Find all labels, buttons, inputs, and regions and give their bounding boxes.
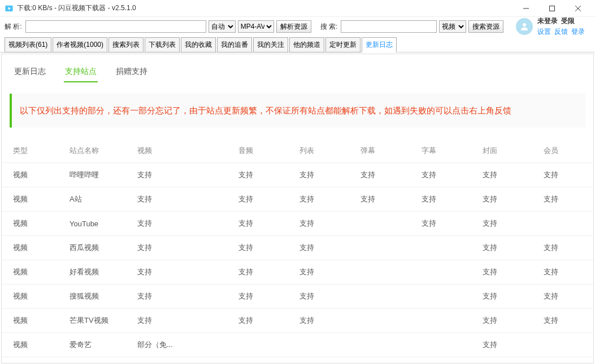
- table-row: 视频西瓜视频支持支持支持支持支持: [2, 236, 593, 260]
- table-cell: [349, 309, 410, 333]
- svg-point-6: [523, 23, 526, 27]
- table-cell: 视频: [2, 333, 58, 357]
- table-cell: 支持: [126, 163, 227, 187]
- sub-tab-1[interactable]: 支持站点: [64, 62, 98, 82]
- main-tab-8[interactable]: 定时更新: [325, 37, 361, 52]
- table-cell: 支持: [126, 212, 227, 236]
- table-cell: 视频: [2, 187, 58, 212]
- user-area: 未登录 受限 设置 反馈 登录: [516, 16, 590, 37]
- table-cell: [410, 284, 471, 309]
- table-cell: 搜狐视频: [58, 284, 126, 309]
- table-cell: [349, 260, 410, 284]
- main-tab-3[interactable]: 下载列表: [145, 37, 180, 52]
- main-tab-1[interactable]: 作者视频(1000): [53, 37, 107, 52]
- table-row: 视频腾讯视频部分支持支持: [2, 357, 593, 364]
- table-cell: [349, 284, 410, 309]
- parse-button[interactable]: 解析资源: [276, 20, 311, 33]
- table-cell: 部分: [126, 357, 227, 364]
- table-cell: 支持: [288, 187, 349, 212]
- table-cell: 支持: [471, 309, 532, 333]
- table-row: 视频好看视频支持支持支持支持支持: [2, 260, 593, 284]
- avatar[interactable]: [516, 18, 533, 35]
- table-cell: 支持: [471, 163, 532, 187]
- table-cell: [410, 260, 471, 284]
- table-cell: 哔哩哔哩: [58, 163, 126, 187]
- table-cell: 支持: [126, 309, 227, 333]
- table-header: 封面: [471, 139, 532, 163]
- settings-link[interactable]: 设置: [537, 27, 551, 37]
- site-table: 类型站点名称视频音频列表弹幕字幕封面会员 视频哔哩哔哩支持支持支持支持支持支持支…: [2, 139, 593, 363]
- table-cell: 支持: [532, 236, 593, 260]
- table-row: 视频A站支持支持支持支持支持支持支持: [2, 187, 593, 212]
- parse-input[interactable]: [25, 20, 206, 33]
- format-select[interactable]: MP4-AVC: [238, 20, 274, 33]
- feedback-link[interactable]: 反馈: [554, 27, 568, 37]
- login-link[interactable]: 登录: [571, 27, 585, 37]
- table-cell: 支持: [126, 187, 227, 212]
- search-input[interactable]: [341, 20, 437, 33]
- table-cell: 好看视频: [58, 260, 126, 284]
- table-row: 视频搜狐视频支持支持支持支持支持: [2, 284, 593, 309]
- table-header: 视频: [126, 139, 227, 163]
- main-tab-2[interactable]: 搜索列表: [108, 37, 144, 52]
- table-cell: 支持: [532, 260, 593, 284]
- limit-status: 受限: [561, 16, 575, 26]
- main-tab-0[interactable]: 视频列表(61): [5, 37, 51, 52]
- table-cell: 支持: [532, 284, 593, 309]
- table-cell: 支持: [126, 236, 227, 260]
- main-tabs: 视频列表(61)作者视频(1000)搜索列表下载列表我的收藏我的追番我的关注他的…: [0, 36, 595, 52]
- table-cell: 视频: [2, 357, 58, 364]
- table-cell: [227, 333, 288, 357]
- table-header: 弹幕: [349, 139, 410, 163]
- table-cell: [410, 357, 471, 364]
- window-title: 下载:0 KB/s - 闪豆视频下载器 - v2.5.1.0: [17, 3, 136, 13]
- sub-tab-0[interactable]: 更新日志: [13, 62, 47, 82]
- table-cell: 视频: [2, 260, 58, 284]
- close-button[interactable]: [566, 1, 590, 16]
- table-cell: YouTube: [58, 212, 126, 236]
- table-header: 类型: [2, 139, 58, 163]
- table-cell: 视频: [2, 284, 58, 309]
- main-tab-7[interactable]: 他的频道: [289, 37, 324, 52]
- table-header: 字幕: [410, 139, 471, 163]
- sub-tab-2[interactable]: 捐赠支持: [115, 62, 149, 82]
- table-cell: 支持: [288, 212, 349, 236]
- main-tab-6[interactable]: 我的关注: [253, 37, 288, 52]
- main-tab-4[interactable]: 我的收藏: [181, 37, 216, 52]
- table-row: 视频哔哩哔哩支持支持支持支持支持支持支持: [2, 163, 593, 187]
- table-cell: 支持: [532, 357, 593, 364]
- search-button[interactable]: 搜索资源: [468, 20, 503, 33]
- table-cell: [532, 333, 593, 357]
- maximize-button[interactable]: [540, 1, 564, 16]
- table-cell: 支持: [532, 163, 593, 187]
- toolbar: 解 析: 自动 MP4-AVC 解析资源 搜 索: 视频 搜索资源 未登录 受限…: [0, 17, 595, 36]
- table-cell: [410, 236, 471, 260]
- svg-rect-3: [550, 6, 555, 11]
- titlebar: 下载:0 KB/s - 闪豆视频下载器 - v2.5.1.0: [0, 0, 595, 17]
- table-cell: A站: [58, 187, 126, 212]
- window-controls: [514, 1, 590, 16]
- table-cell: 支持: [471, 187, 532, 212]
- sub-tabs: 更新日志支持站点捐赠支持: [2, 54, 593, 82]
- table-cell: 支持: [471, 333, 532, 357]
- table-cell: 支持: [532, 309, 593, 333]
- auto-select[interactable]: 自动: [209, 20, 236, 33]
- table-cell: 支持: [288, 260, 349, 284]
- table-cell: 支持: [410, 212, 471, 236]
- table-cell: 支持: [471, 236, 532, 260]
- source-select[interactable]: 视频: [439, 20, 466, 33]
- table-cell: 支持: [126, 260, 227, 284]
- table-cell: 支持: [227, 163, 288, 187]
- main-tab-5[interactable]: 我的追番: [217, 37, 252, 52]
- minimize-button[interactable]: [514, 1, 538, 16]
- table-cell: 支持: [349, 163, 410, 187]
- table-cell: 支持: [471, 260, 532, 284]
- table-cell: [349, 357, 410, 364]
- table-header: 音频: [227, 139, 288, 163]
- table-cell: [288, 357, 349, 364]
- table-cell: 支持: [227, 236, 288, 260]
- table-cell: 视频: [2, 309, 58, 333]
- main-tab-9[interactable]: 更新日志: [362, 37, 397, 52]
- table-cell: 支持: [288, 236, 349, 260]
- table-row: 视频芒果TV视频支持支持支持支持支持: [2, 309, 593, 333]
